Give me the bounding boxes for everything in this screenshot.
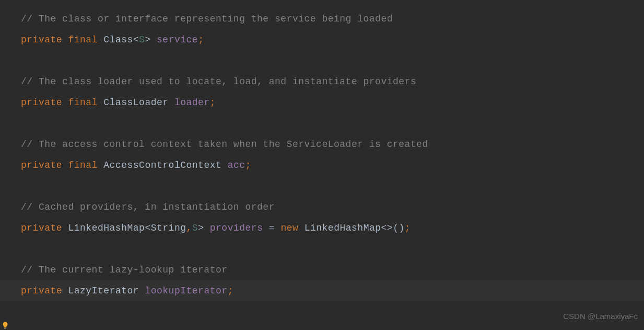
- intention-bulb-icon[interactable]: [1, 316, 9, 325]
- code-token: [151, 35, 157, 45]
- code-line[interactable]: private LinkedHashMap<String,S> provider…: [21, 218, 644, 238]
- code-token: final: [68, 160, 98, 170]
- code-token: [62, 160, 68, 170]
- code-line[interactable]: private final ClassLoader loader;: [21, 92, 644, 113]
- code-token: =: [269, 223, 275, 233]
- code-token: new: [280, 223, 298, 233]
- code-token: [62, 286, 68, 296]
- code-token: [169, 97, 174, 108]
- code-token: S: [192, 223, 198, 233]
- code-line[interactable]: // Cached providers, in instantiation or…: [21, 197, 644, 218]
- code-token: providers: [210, 223, 263, 233]
- code-token: // Cached providers, in instantiation or…: [21, 202, 275, 212]
- code-token: AccessControlContext: [103, 160, 221, 170]
- code-token: [62, 223, 68, 233]
- code-token: <: [133, 35, 139, 45]
- svg-rect-1: [4, 328, 6, 329]
- code-token: private: [21, 223, 62, 233]
- code-token: [62, 97, 68, 108]
- code-token: private: [21, 286, 62, 296]
- code-token: LinkedHashMap: [305, 223, 381, 233]
- code-token: >: [198, 223, 204, 233]
- code-line[interactable]: private final AccessControlContext acc;: [21, 155, 644, 176]
- code-token: <>(): [381, 223, 405, 233]
- code-token: ;: [405, 223, 411, 233]
- code-token: acc: [228, 160, 245, 170]
- code-token: private: [21, 160, 62, 170]
- code-token: // The access control context taken when…: [21, 139, 428, 150]
- code-token: [275, 223, 280, 233]
- code-line[interactable]: [21, 113, 644, 134]
- code-line[interactable]: // The class loader used to locate, load…: [21, 71, 644, 92]
- code-line[interactable]: // The access control context taken when…: [21, 134, 644, 155]
- code-token: [98, 97, 103, 108]
- code-token: lookupIterator: [145, 286, 227, 296]
- code-token: final: [68, 35, 98, 45]
- code-token: [204, 223, 209, 233]
- code-token: [98, 160, 103, 170]
- code-token: String: [151, 223, 186, 233]
- code-line[interactable]: [21, 176, 644, 197]
- code-line[interactable]: [21, 238, 644, 259]
- code-token: ;: [210, 97, 216, 108]
- code-token: [139, 286, 145, 296]
- code-token: ,: [186, 223, 192, 233]
- code-token: // The class loader used to locate, load…: [21, 76, 416, 87]
- code-line[interactable]: // The current lazy-lookup iterator: [21, 259, 644, 280]
- code-token: final: [68, 97, 98, 108]
- code-token: [221, 160, 227, 170]
- code-token: >: [145, 35, 150, 45]
- svg-rect-0: [4, 328, 6, 328]
- code-line[interactable]: private final Class<S> service;: [21, 29, 644, 50]
- code-token: ClassLoader: [103, 97, 168, 108]
- code-line[interactable]: private LazyIterator lookupIterator;: [0, 280, 644, 301]
- code-token: S: [139, 35, 145, 45]
- code-token: // The current lazy-lookup iterator: [21, 265, 228, 275]
- code-token: [263, 223, 268, 233]
- code-token: [62, 35, 68, 45]
- code-line[interactable]: [21, 50, 644, 71]
- code-token: loader: [174, 97, 210, 108]
- code-token: // The class or interface representing t…: [21, 14, 393, 24]
- code-token: [298, 223, 304, 233]
- code-token: ;: [228, 286, 233, 296]
- code-line[interactable]: // The class or interface representing t…: [21, 8, 644, 29]
- code-token: [98, 35, 103, 45]
- code-token: <: [145, 223, 150, 233]
- code-token: private: [21, 97, 62, 108]
- code-token: private: [21, 35, 62, 45]
- code-token: Class: [103, 35, 133, 45]
- code-token: LinkedHashMap: [68, 223, 145, 233]
- code-token: LazyIterator: [68, 286, 139, 296]
- code-token: ;: [198, 35, 204, 45]
- code-token: ;: [245, 160, 251, 170]
- code-token: service: [157, 35, 198, 45]
- watermark-text: CSDN @LamaxiyaFc: [563, 306, 638, 327]
- code-editor[interactable]: // The class or interface representing t…: [0, 0, 644, 301]
